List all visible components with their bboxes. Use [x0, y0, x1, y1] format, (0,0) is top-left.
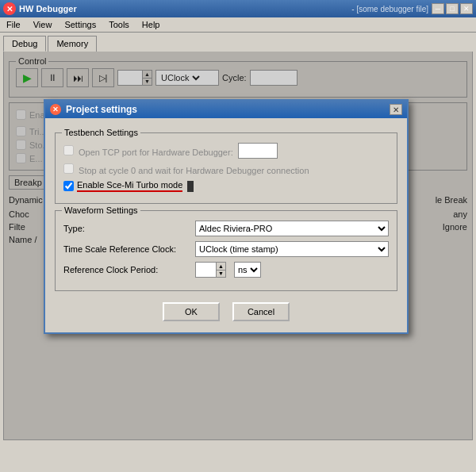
ok-button[interactable]: OK [163, 302, 220, 321]
type-row: Type: Aldec Riviera-PRO ModelSim VCS Xce… [63, 221, 389, 236]
timescale-select[interactable]: UClock (time stamp) System Clock [195, 241, 389, 257]
tcp-port-input[interactable] [238, 143, 278, 159]
menu-bar: File View Settings Tools Help [0, 17, 476, 33]
menu-file[interactable]: File [3, 19, 24, 30]
tab-memory[interactable]: Memory [48, 36, 97, 52]
timescale-label: Time Scale Reference Clock: [63, 244, 190, 254]
dialog-buttons: OK Cancel [55, 302, 397, 324]
refclock-unit-select[interactable]: ns ps us [234, 262, 261, 278]
minimize-button[interactable]: ─ [432, 3, 444, 14]
type-select[interactable]: Aldec Riviera-PRO ModelSim VCS Xcelium [195, 221, 389, 236]
tcp-port-row: Open TCP port for Hardware Debugger: [63, 143, 389, 159]
close-button[interactable]: ✕ [460, 3, 473, 14]
app-icon: ✕ [3, 2, 16, 15]
tab-debug[interactable]: Debug [3, 36, 46, 52]
cursor-indicator [187, 181, 194, 192]
window-controls: ─ □ ✕ [432, 3, 473, 14]
timescale-row: Time Scale Reference Clock: UClock (time… [63, 241, 389, 257]
refclock-spinbox[interactable]: 1 ▲ ▼ [195, 262, 226, 278]
title-bar: ✕ HW Debugger - [some debugger file] ─ □… [0, 0, 476, 17]
refclock-input[interactable]: 1 [196, 263, 216, 277]
stop-cycle-label: Stop at cycle 0 and wait for Hardware De… [63, 163, 309, 175]
menu-view[interactable]: View [30, 19, 56, 30]
dialog-title: Project settings [66, 104, 385, 115]
refclock-label: Reference Clock Period: [63, 265, 190, 274]
dialog-title-bar: ✕ Project settings ✕ [45, 101, 407, 118]
title-suffix: - [some debugger file] [351, 5, 428, 13]
refclock-up[interactable]: ▲ [216, 263, 225, 271]
cancel-button[interactable]: Cancel [232, 302, 290, 321]
type-label: Type: [63, 224, 190, 233]
scemi-checkbox[interactable] [63, 181, 74, 191]
tcp-port-label: Open TCP port for Hardware Debugger: [63, 145, 233, 157]
waveform-group: Waveform Settings Type: Aldec Riviera-PR… [55, 210, 397, 291]
app-title: HW Debugger [19, 4, 348, 13]
scemi-label: Enable Sce-Mi Turbo mode [77, 180, 182, 192]
dialog-icon: ✕ [50, 104, 61, 115]
refclock-down[interactable]: ▼ [216, 271, 225, 278]
menu-help[interactable]: Help [139, 19, 163, 30]
stop-cycle-row: Stop at cycle 0 and wait for Hardware De… [63, 163, 389, 175]
stop-cycle-checkbox[interactable] [63, 163, 74, 174]
menu-settings[interactable]: Settings [61, 19, 99, 30]
dialog-body: Testbench Settings Open TCP port for Har… [45, 118, 407, 332]
waveform-group-label: Waveform Settings [62, 205, 140, 215]
scemi-row: Enable Sce-Mi Turbo mode [63, 180, 389, 192]
dialog-close-button[interactable]: ✕ [390, 104, 402, 115]
refclock-row: Reference Clock Period: 1 ▲ ▼ ns ps us [63, 262, 389, 278]
tcp-port-checkbox[interactable] [63, 145, 74, 155]
testbench-group: Testbench Settings Open TCP port for Har… [55, 132, 397, 204]
testbench-group-label: Testbench Settings [62, 128, 140, 137]
menu-tools[interactable]: Tools [106, 19, 132, 30]
refclock-arrows: ▲ ▼ [216, 263, 225, 277]
maximize-button[interactable]: □ [446, 3, 459, 14]
tab-bar: Debug Memory [0, 33, 476, 52]
project-settings-dialog: ✕ Project settings ✕ Testbench Settings … [44, 99, 409, 334]
